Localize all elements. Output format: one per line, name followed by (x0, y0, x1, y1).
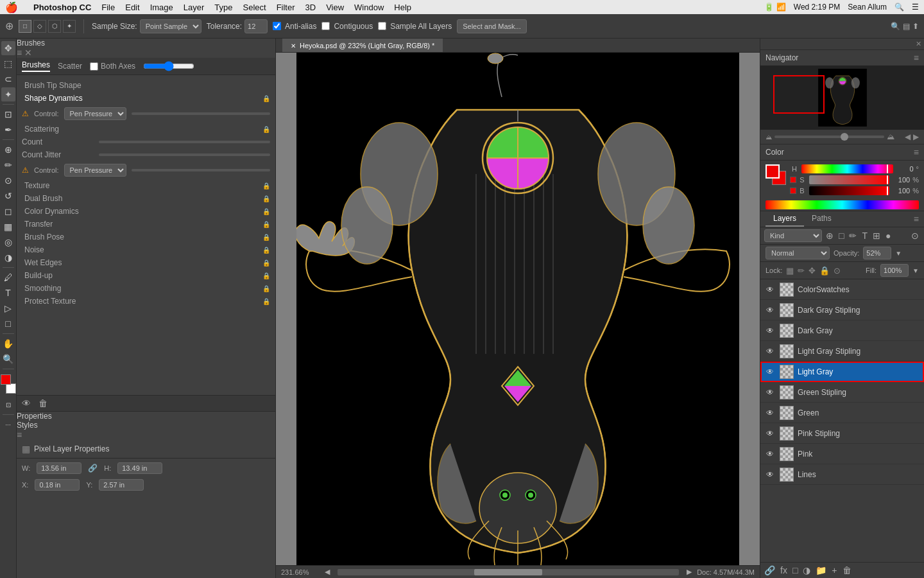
layer-delete-btn[interactable]: 🗑 (843, 565, 851, 575)
setting-noise[interactable]: Noise 🔒 (17, 243, 275, 256)
layer-fx-btn[interactable]: fx (780, 565, 787, 575)
menu-view[interactable]: View (326, 3, 344, 12)
close-tab-icon[interactable]: ✕ (291, 42, 296, 49)
zoom-value[interactable]: 231.66% (281, 568, 320, 576)
menu-3d[interactable]: 3D (305, 3, 316, 12)
tab-paths[interactable]: Paths (804, 211, 839, 227)
setting-color-dynamics[interactable]: Color Dynamics 🔒 (17, 205, 275, 218)
setting-wet-edges[interactable]: Wet Edges 🔒 (17, 256, 275, 269)
opacity-dropdown[interactable]: ▼ (895, 250, 902, 257)
sub-tab-brushes[interactable]: Brushes (22, 60, 50, 72)
layer-item-lines[interactable]: 👁 Lines (760, 464, 924, 485)
layer-item-lightgray[interactable]: 👁 Light Gray (760, 362, 924, 382)
properties-panel-menu[interactable]: ≡ (17, 430, 22, 440)
link-icon[interactable]: 🔗 (88, 464, 98, 473)
tool-lasso-icon[interactable]: ◇ (33, 20, 46, 33)
shape-tool[interactable]: □ (1, 317, 15, 331)
blend-mode-select[interactable]: Normal (766, 247, 830, 259)
nav-zoom-in[interactable]: ⛰ (887, 132, 894, 141)
clone-tool[interactable]: ⊙ (1, 173, 15, 188)
layer-visibility-lightgray[interactable]: 👁 (764, 367, 776, 376)
b-slider[interactable] (809, 186, 889, 195)
fill-dropdown[interactable]: ▼ (912, 267, 919, 274)
crop-tool[interactable]: ⊡ (1, 107, 15, 121)
tab-brushes[interactable]: Brushes (17, 39, 275, 48)
brush-preview-icon[interactable]: 👁 (22, 398, 31, 408)
filter-icon[interactable]: ⊕ (825, 231, 835, 241)
nav-right-btn[interactable]: ▶ (913, 132, 919, 141)
s-value[interactable]: 100 (892, 176, 910, 184)
lasso-tool[interactable]: ⊂ (1, 72, 15, 86)
tab-properties[interactable]: Properties (17, 412, 275, 421)
nav-zoom-slider[interactable] (774, 136, 884, 138)
layer-item-lightgraystippling[interactable]: 👁 Light Gray Stipling (760, 341, 924, 362)
h-value[interactable]: 0 (896, 165, 914, 173)
layer-item-green[interactable]: 👁 Green (760, 403, 924, 423)
history-brush-tool[interactable]: ↺ (1, 189, 15, 203)
setting-dual-brush[interactable]: Dual Brush 🔒 (17, 192, 275, 205)
menu-help[interactable]: Help (394, 3, 411, 12)
menu-image[interactable]: Image (150, 3, 173, 12)
canvas-viewport[interactable] (276, 53, 760, 565)
menu-file[interactable]: File (101, 3, 115, 12)
menu-type[interactable]: Type (214, 3, 232, 12)
setting-texture[interactable]: Texture 🔒 (17, 179, 275, 192)
background-color-swatch[interactable] (6, 383, 16, 394)
tab-layers[interactable]: Layers (766, 211, 804, 227)
lock-position[interactable]: ✥ (809, 266, 816, 276)
brush-panel-menu[interactable]: ≡ (17, 48, 22, 58)
width-input[interactable]: 13.56 in (37, 462, 81, 474)
foreground-color-swatch[interactable] (1, 374, 11, 385)
layer-item-darkgray[interactable]: 👁 Dark Gray (760, 320, 924, 341)
sub-tab-scatter[interactable]: Scatter (58, 62, 82, 71)
tab-styles[interactable]: Styles (17, 421, 275, 430)
opacity-value[interactable] (863, 247, 891, 259)
gradient-tool[interactable]: ▦ (1, 220, 15, 234)
sample-all-layers-checkbox[interactable] (378, 22, 386, 30)
blur-tool[interactable]: ◎ (1, 235, 15, 249)
magic-wand-tool[interactable]: ✦ (1, 87, 15, 101)
lock-all[interactable]: ⊙ (834, 266, 841, 276)
control-select-1[interactable]: Pen Pressure (64, 107, 126, 120)
menu-edit[interactable]: Edit (125, 3, 139, 12)
filter4-icon[interactable]: T (860, 231, 869, 241)
menu-filter[interactable]: Filter (277, 3, 295, 12)
h-slider[interactable] (801, 164, 893, 173)
nav-arrows-left[interactable]: ◀ (325, 568, 330, 576)
setting-brush-tip-shape[interactable]: Brush Tip Shape (17, 79, 275, 92)
menu-select[interactable]: Select (243, 3, 266, 12)
setting-transfer[interactable]: Transfer 🔒 (17, 218, 275, 231)
layer-visibility-darkgray[interactable]: 👁 (764, 326, 776, 335)
layer-item-darkgraystippling[interactable]: 👁 Dark Gray Stipling (760, 300, 924, 320)
layer-visibility-lines[interactable]: 👁 (764, 470, 776, 479)
layer-item-colorswatches[interactable]: 👁 ColorSwatches (760, 279, 924, 300)
setting-scattering[interactable]: Scattering 🔒 (17, 123, 275, 136)
layer-adjustment-btn[interactable]: ◑ (803, 565, 810, 575)
y-input[interactable]: 2.57 in (99, 479, 144, 491)
text-tool[interactable]: T (1, 286, 15, 300)
nav-arrows-right[interactable]: ▶ (687, 568, 692, 576)
color-spectrum[interactable] (766, 200, 919, 209)
b-value[interactable]: 100 (892, 187, 910, 195)
layer-visibility-pink[interactable]: 👁 (764, 450, 776, 459)
lock-transparent[interactable]: ▦ (786, 266, 794, 276)
nav-left-btn[interactable]: ◀ (905, 132, 911, 141)
search-toolbar-icon[interactable]: 🔍 (891, 22, 900, 31)
menu-extras-icon[interactable]: ☰ (912, 3, 919, 12)
nav-zoom-out[interactable]: ⛰ (766, 134, 772, 141)
layer-visibility-darkgraystippling[interactable]: 👁 (764, 306, 776, 315)
layer-group-btn[interactable]: 📁 (816, 565, 826, 575)
layer-item-pinkstippling[interactable]: 👁 Pink Stipling (760, 423, 924, 444)
brush-panel-close[interactable]: ✕ (24, 48, 32, 58)
color-panel-menu[interactable]: ≡ (914, 147, 919, 157)
sample-size-select[interactable]: Point Sample (140, 19, 201, 33)
setting-brush-pose[interactable]: Brush Pose 🔒 (17, 231, 275, 243)
zoom-tool[interactable]: 🔍 (1, 352, 15, 366)
control-select-2[interactable]: Pen Pressure (64, 164, 126, 177)
s-slider[interactable] (809, 175, 889, 184)
color-fg-swatch[interactable] (766, 164, 780, 179)
canvas-tab-heyoka[interactable]: ✕ Heyoka.psd @ 232% (Light Gray, RGB/8) … (282, 39, 443, 52)
setting-smoothing[interactable]: Smoothing 🔒 (17, 282, 275, 295)
layer-visibility-lightgraystippling[interactable]: 👁 (764, 347, 776, 356)
setting-shape-dynamics[interactable]: Shape Dynamics 🔒 (17, 92, 275, 105)
